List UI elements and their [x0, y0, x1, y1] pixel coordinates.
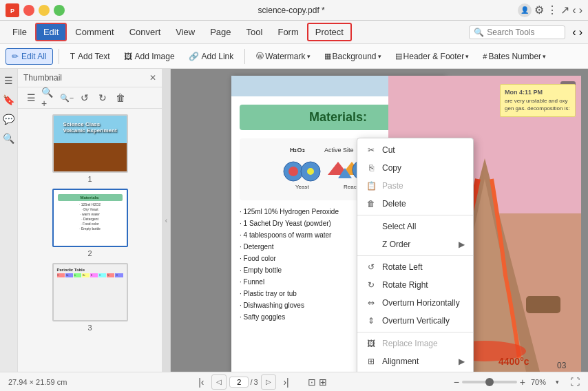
- comment-icon[interactable]: 💬: [1, 112, 17, 127]
- pdf-area: Materials: H₂O₂ Active Site: [171, 69, 588, 372]
- back-icon[interactable]: ‹: [572, 4, 576, 17]
- rotate-left-thumbnail-icon[interactable]: ↺: [77, 90, 92, 105]
- delete-thumbnail-icon[interactable]: 🗑: [113, 90, 128, 105]
- fullscreen-icon[interactable]: ⛶: [570, 377, 580, 388]
- thumbnail-image-3: Periodic Table H He Li Be B C N O: [52, 263, 128, 321]
- text-icon: T: [70, 52, 75, 61]
- zoom-plus-icon[interactable]: +: [520, 377, 525, 388]
- zoom-dropdown-icon[interactable]: ▾: [556, 379, 559, 385]
- delete-icon: 🗑: [366, 198, 377, 209]
- overturn-v-icon: ⇕: [366, 315, 377, 326]
- ctx-alignment-label: Alignment: [382, 357, 419, 366]
- ctx-delete[interactable]: 🗑 Delete: [357, 195, 473, 213]
- search-bar[interactable]: 🔍: [469, 25, 565, 39]
- prev-page-btn[interactable]: ◁: [211, 374, 227, 390]
- watermark-button[interactable]: Ⓦ Watermark ▾: [251, 48, 315, 64]
- header-footer-button[interactable]: ▤ Header & Footer ▾: [390, 49, 475, 64]
- panel-toggle[interactable]: ‹: [162, 69, 171, 372]
- pages-icon[interactable]: ☰: [1, 73, 17, 88]
- ctx-overturn-v[interactable]: ⇕ Overturn Vertically: [357, 312, 473, 330]
- maximize-button[interactable]: [54, 5, 65, 16]
- ctx-alignment[interactable]: ⊞ Alignment ▶: [357, 352, 473, 370]
- menu-tool[interactable]: Tool: [240, 24, 270, 40]
- zoom-out-thumbnail-icon[interactable]: 🔍−: [59, 90, 74, 105]
- first-page-btn[interactable]: |‹: [193, 374, 209, 390]
- menu-view[interactable]: View: [169, 24, 202, 40]
- forward-icon[interactable]: ›: [579, 4, 582, 17]
- alignment-icon: ⊞: [366, 356, 377, 367]
- page-number-input[interactable]: [229, 377, 249, 388]
- list-view-icon[interactable]: ☰: [23, 90, 39, 105]
- ctx-overturn-v-label: Overturn Vertically: [382, 316, 450, 326]
- menu-file[interactable]: File: [6, 24, 34, 40]
- menu-convert[interactable]: Convert: [123, 24, 168, 40]
- thumbnail-header: Thumbnail ✕: [18, 69, 162, 87]
- settings-icon[interactable]: ⚙: [534, 3, 544, 17]
- thumbnail-page-3[interactable]: Periodic Table H He Li Be B C N O: [52, 263, 128, 332]
- menu-comment[interactable]: Comment: [68, 24, 120, 40]
- bates-number-button[interactable]: # Bates Number ▾: [477, 49, 552, 64]
- menu-protect[interactable]: Protect: [307, 23, 352, 41]
- menu-page[interactable]: Page: [203, 24, 238, 40]
- thumbnail-label-3: 3: [87, 324, 92, 332]
- add-link-button[interactable]: 🔗 Add Link: [183, 49, 240, 64]
- search-input[interactable]: [487, 28, 556, 37]
- ctx-z-order[interactable]: Z Order ▶: [357, 235, 473, 253]
- rotate-right-icon: ↻: [366, 279, 377, 290]
- ctx-paste-label: Paste: [382, 181, 403, 191]
- zoom-slider[interactable]: [462, 381, 517, 383]
- close-thumbnail-icon[interactable]: ✕: [149, 73, 156, 83]
- ctx-copy[interactable]: ⎘ Copy: [357, 159, 473, 177]
- search-icon-side[interactable]: 🔍: [1, 131, 17, 146]
- ctx-replace-image[interactable]: 🖼 Replace Image: [357, 335, 473, 352]
- thumbnail-page-2[interactable]: Materials: · 125ml H2O2· Dry Yeast· warm…: [52, 189, 128, 257]
- ctx-cut-label: Cut: [382, 145, 395, 155]
- ctx-overturn-h[interactable]: ⇔ Overturn Horizontally: [357, 294, 473, 312]
- overturn-h-icon: ⇔: [366, 297, 377, 308]
- close-button[interactable]: [23, 5, 34, 16]
- pdf-content[interactable]: Materials: H₂O₂ Active Site: [171, 69, 588, 372]
- app-icon: P: [6, 3, 19, 17]
- nav-fwd-icon[interactable]: ›: [579, 26, 582, 39]
- next-page-btn[interactable]: ▷: [261, 374, 276, 390]
- separator-1: [59, 49, 59, 64]
- sticky-note: Mon 4:11 PM are very unstable and oxy ge…: [500, 84, 576, 117]
- ctx-select-all[interactable]: Select All: [357, 218, 473, 235]
- external-link-icon[interactable]: ↗: [560, 3, 569, 17]
- menu-form[interactable]: Form: [271, 24, 305, 40]
- zoom-in-thumbnail-icon[interactable]: 🔍+: [41, 90, 56, 105]
- ctx-separator-1: [357, 215, 473, 215]
- ctx-rotate-left[interactable]: ↺ Rotate Left: [357, 258, 473, 276]
- background-button[interactable]: ▦ Background ▾: [319, 49, 387, 64]
- svg-text:Yeast: Yeast: [295, 184, 310, 190]
- minimize-button[interactable]: [39, 5, 50, 16]
- add-image-button[interactable]: 🖼 Add Image: [118, 49, 180, 64]
- note-timestamp: Mon 4:11 PM: [505, 89, 571, 96]
- thumbnail-label-2: 2: [87, 249, 92, 257]
- ctx-rotate-right[interactable]: ↻ Rotate Right: [357, 276, 473, 294]
- fit-page-icon[interactable]: ⊡: [308, 377, 316, 388]
- menu-edit[interactable]: Edit: [35, 23, 67, 41]
- last-page-btn[interactable]: ›|: [279, 374, 294, 390]
- ctx-paste[interactable]: 📋 Paste: [357, 177, 473, 195]
- thumbnail-page-1[interactable]: Science ClassVolcanic Experiment 1: [52, 114, 128, 183]
- thumbnail-panel: Thumbnail ✕ ☰ 🔍+ 🔍− ↺ ↻ 🗑 Science ClassV…: [18, 69, 162, 372]
- menu-bar: File Edit Comment Convert View Page Tool…: [0, 21, 588, 44]
- add-text-button[interactable]: T Add Text: [65, 49, 116, 64]
- svg-text:H₂O₂: H₂O₂: [290, 147, 305, 154]
- ctx-cut[interactable]: ✂ Cut: [357, 141, 473, 159]
- nav-back-icon[interactable]: ‹: [572, 26, 576, 39]
- edit-icon: ✏: [12, 52, 19, 61]
- fit-width-icon[interactable]: ⊞: [319, 377, 327, 388]
- separator-2: [244, 49, 245, 64]
- svg-text:P: P: [10, 8, 14, 14]
- zoom-minus-icon[interactable]: −: [454, 377, 459, 388]
- zoom-handle[interactable]: [485, 378, 494, 386]
- svg-text:03: 03: [557, 361, 567, 370]
- ctx-select-all-label: Select All: [382, 222, 416, 231]
- edit-all-button[interactable]: ✏ Edit All: [6, 48, 53, 65]
- menu-icon[interactable]: ⋮: [547, 3, 558, 17]
- bookmark-icon[interactable]: 🔖: [1, 92, 17, 107]
- rotate-right-thumbnail-icon[interactable]: ↻: [95, 90, 110, 105]
- ctx-distribute[interactable]: ⊟ Distribute: [357, 370, 473, 372]
